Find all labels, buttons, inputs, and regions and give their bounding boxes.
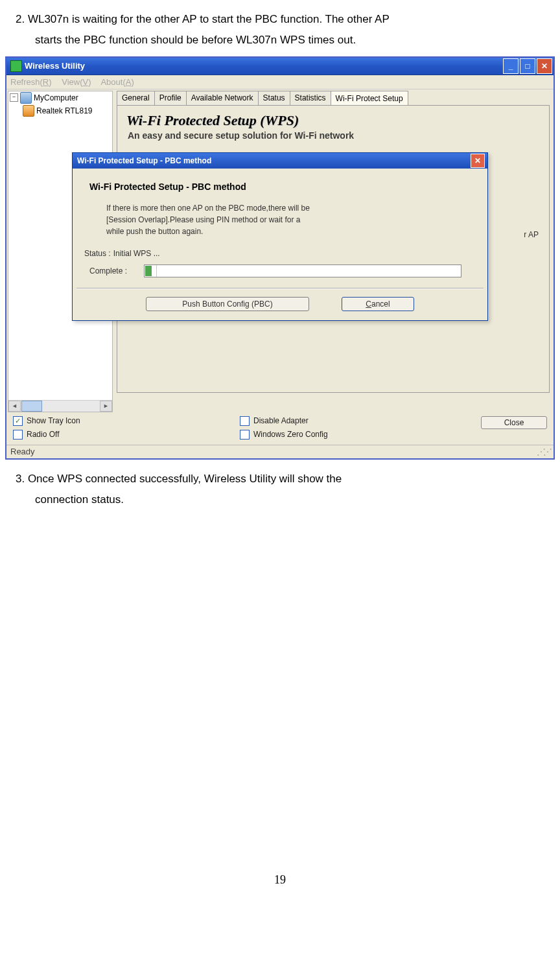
window-titlebar: Wireless Utility _ □ ✕ [6, 58, 554, 75]
show-tray-label: Show Tray Icon [27, 416, 80, 425]
close-button[interactable]: Close [481, 416, 547, 429]
dialog-complete-label: Complete : [89, 266, 141, 276]
menu-bar: Refresh(R) View(V) About(A) [6, 75, 554, 89]
minimize-button[interactable]: _ [503, 58, 519, 74]
disable-adapter-checkbox[interactable] [240, 416, 250, 426]
step3-text: 3. Once WPS connected successfully, Wire… [16, 469, 544, 511]
step2-text: 2. WL307n is waiting for the other AP to… [16, 9, 544, 51]
step2-line2: starts the PBC function should be before… [35, 34, 356, 46]
scroll-right-arrow-icon[interactable]: ► [100, 401, 112, 412]
tree-root-label: MyComputer [34, 93, 78, 102]
background-ap-text-fragment: r AP [524, 230, 539, 239]
wps-subheading: An easy and secure setup solution for Wi… [128, 130, 542, 141]
status-bar: Ready ⋰⋰ [6, 445, 554, 458]
dialog-titlebar: Wi-Fi Protected Setup - PBC method ✕ [73, 153, 487, 169]
menu-about[interactable]: About(A) [100, 77, 134, 87]
dialog-body: Wi-Fi Protected Setup - PBC method If th… [73, 169, 487, 320]
dialog-heading: Wi-Fi Protected Setup - PBC method [89, 182, 471, 192]
step3-line2: connection status. [35, 493, 124, 506]
tab-status[interactable]: Status [258, 91, 290, 105]
resize-grip-icon[interactable]: ⋰⋰ [537, 447, 550, 457]
bottom-options: ✓ Show Tray Icon Radio Off Disable Adapt… [6, 414, 554, 445]
radio-off-option[interactable]: Radio Off [13, 430, 240, 440]
tab-general[interactable]: General [117, 91, 155, 105]
scroll-left-arrow-icon[interactable]: ◄ [8, 401, 21, 412]
computer-icon [20, 92, 32, 104]
content-area: General Profile Available Network Status… [114, 89, 554, 414]
wps-tab-body: Wi-Fi Protected Setup (WPS) An easy and … [117, 105, 550, 393]
menu-view[interactable]: View(V) [62, 77, 91, 87]
tab-statistics[interactable]: Statistics [290, 91, 331, 105]
progress-segment-line [156, 265, 157, 277]
pbc-button[interactable]: Push Button Config (PBC) [146, 297, 309, 311]
wireless-utility-window: Wireless Utility _ □ ✕ Refresh(R) View(V… [5, 56, 555, 460]
progress-fill [145, 266, 152, 276]
dialog-info-text: If there is more then one AP on the PBC … [106, 202, 471, 237]
app-icon [10, 60, 22, 72]
dialog-close-button[interactable]: ✕ [471, 154, 485, 168]
adapter-icon [23, 105, 34, 117]
show-tray-checkbox[interactable]: ✓ [13, 416, 23, 426]
dialog-status-value: Initial WPS ... [113, 249, 160, 258]
tab-strip: General Profile Available Network Status… [117, 91, 554, 105]
main-area: − MyComputer Realtek RTL819 ◄ ► General … [6, 89, 554, 414]
radio-off-checkbox[interactable] [13, 430, 23, 440]
zero-config-label: Windows Zero Config [253, 430, 328, 439]
page-number: 19 [0, 873, 560, 900]
tree-child-label: Realtek RTL819 [36, 106, 93, 115]
tab-wps[interactable]: Wi-Fi Protect Setup [331, 91, 408, 105]
tree-collapse-icon[interactable]: − [10, 93, 18, 102]
dialog-title: Wi-Fi Protected Setup - PBC method [77, 156, 471, 165]
dialog-button-row: Push Button Config (PBC) Cancel [89, 297, 471, 311]
dialog-line1: If there is more then one AP on the PBC … [106, 204, 310, 213]
dialog-line3: while push the button again. [106, 227, 203, 236]
dialog-complete-row: Complete : [89, 264, 471, 277]
pbc-dialog: Wi-Fi Protected Setup - PBC method ✕ Wi-… [72, 152, 488, 321]
dialog-line2: [Session Overlap].Please using PIN metho… [106, 215, 300, 224]
tree-horizontal-scrollbar[interactable]: ◄ ► [8, 400, 112, 412]
scroll-thumb[interactable] [21, 401, 42, 412]
dialog-status-row: Status : Initial WPS ... [84, 249, 471, 258]
dialog-divider [76, 288, 484, 289]
zero-config-checkbox[interactable] [240, 430, 250, 440]
tab-available-network[interactable]: Available Network [186, 91, 259, 105]
window-title: Wireless Utility [25, 61, 502, 71]
step3-line1: 3. Once WPS connected successfully, Wire… [16, 473, 342, 485]
radio-off-label: Radio Off [27, 430, 59, 439]
dialog-status-label: Status : [84, 249, 111, 258]
tab-profile[interactable]: Profile [154, 91, 187, 105]
wps-heading: Wi-Fi Protected Setup (WPS) [126, 112, 542, 129]
menu-refresh[interactable]: Refresh(R) [10, 77, 52, 87]
step2-line1: 2. WL307n is waiting for the other AP to… [16, 13, 390, 25]
zero-config-option[interactable]: Windows Zero Config [240, 430, 328, 440]
maximize-button[interactable]: □ [520, 58, 535, 74]
disable-adapter-label: Disable Adapter [253, 416, 309, 425]
show-tray-option[interactable]: ✓ Show Tray Icon [13, 416, 240, 426]
status-text: Ready [10, 447, 35, 456]
disable-adapter-option[interactable]: Disable Adapter [240, 416, 328, 426]
cancel-button[interactable]: Cancel [342, 297, 414, 311]
tree-child-node[interactable]: Realtek RTL819 [8, 104, 112, 117]
close-window-button[interactable]: ✕ [537, 58, 552, 74]
dialog-progress-bar [144, 264, 461, 277]
tree-root-node[interactable]: − MyComputer [8, 91, 112, 104]
